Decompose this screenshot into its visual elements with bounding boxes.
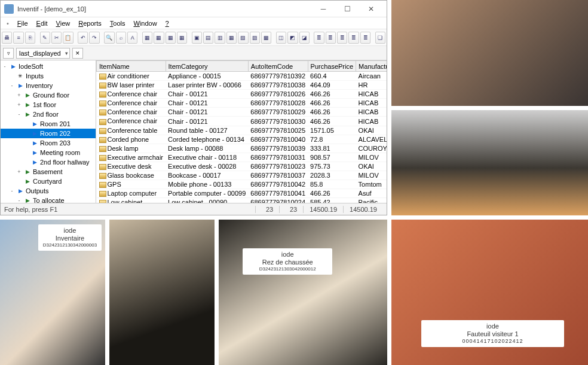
toolbar-button[interactable]: A [127,32,137,44]
tree-item-basement[interactable]: +▶Basement [1,167,96,177]
toolbar-button[interactable]: ▩ [261,32,271,44]
tree-item-iodesoft[interactable]: -▶IodeSoft [1,62,96,71]
toolbar-button[interactable]: 🖶 [2,32,12,44]
tree-item-1st-floor[interactable]: +▶1st floor [1,100,96,110]
menu-file[interactable]: File [14,19,32,28]
filter-funnel-icon[interactable]: ▿ [3,48,14,59]
tree-item-room-203[interactable]: ▶Room 203 [1,138,96,148]
toolbar-button[interactable]: ▦ [142,32,152,44]
toolbar-button[interactable]: ▤ [203,32,213,44]
expand-icon[interactable]: - [16,197,22,203]
tree-item-ground-floor[interactable]: +▶Ground floor [1,90,96,100]
tree-node-label: Meeting room [40,149,80,156]
menu-tools[interactable]: Tools [106,19,129,28]
expand-icon[interactable]: + [16,102,22,108]
row-icon [99,110,106,115]
menu-?[interactable]: ? [162,19,173,28]
tree-item-meeting-room[interactable]: ▶Meeting room [1,148,96,157]
toolbar-button[interactable]: ▨ [250,32,260,44]
tree-item-to-allocate[interactable]: -▶To allocate [1,196,96,203]
row-icon [99,155,106,161]
toolbar-button[interactable]: ▣ [192,32,202,44]
cell: 686977797810042 [248,180,308,189]
table-row[interactable]: Conference chairChair - 0012168697779781… [97,99,387,108]
tree-item-room-202[interactable]: ▶Room 202 [1,129,96,138]
toolbar-button[interactable]: ↷ [89,32,99,44]
menu-edit[interactable]: Edit [33,19,51,28]
tree-item-2nd-floor[interactable]: -▶2nd floor [1,110,96,119]
toolbar-button[interactable]: 📋 [63,32,73,44]
expand-icon[interactable]: - [9,188,15,194]
toolbar-button[interactable]: ◪ [299,32,310,44]
cell: 686977797810392 [248,72,308,81]
expand-icon[interactable]: - [9,83,15,89]
toolbar-button[interactable]: ≣ [360,32,370,44]
tree-node-icon: ▶ [23,197,32,203]
tree-item-inputs[interactable]: ✳Inputs [1,71,96,81]
column-manufacturer[interactable]: Manufacturer [356,61,387,72]
toolbar-button[interactable]: ↶ [78,32,88,44]
toolbar-button[interactable]: ◫ [276,32,286,44]
grid-body: Air conditionerAppliance - 0001568697779… [97,72,387,203]
tree-item-room-201[interactable]: ▶Room 201 [1,119,96,129]
minimize-button[interactable]: ─ [311,2,335,16]
table-row[interactable]: Low cabinetLow cabinet - 000906869777978… [97,198,387,203]
table-row[interactable]: Conference tableRound table - 0012768697… [97,126,387,135]
toolbar-button[interactable]: ≣ [337,32,347,44]
cell: Conference chair [97,117,166,126]
toolbar-button[interactable]: ⌕ [116,32,126,44]
toolbar-button[interactable]: ✎ [40,32,50,44]
table-row[interactable]: Executive armchairExecutive chair - 0011… [97,153,387,162]
toolbar-button[interactable]: ▦ [226,32,237,44]
table-row[interactable]: Glass bookcaseBookcase - 000176869777978… [97,171,387,180]
toolbar-button[interactable]: ❏ [375,32,385,44]
tree-item-outputs[interactable]: -▶Outputs [1,186,96,196]
toolbar-button[interactable]: ⎘ [25,32,35,44]
table-row[interactable]: Executive deskExecutive desk - 000286869… [97,162,387,171]
menu-reports[interactable]: Reports [75,19,105,28]
table-row[interactable]: Conference chairChair - 0012168697779781… [97,117,387,126]
filter-combo[interactable]: last_displayed [16,48,70,59]
toolbar-button[interactable]: ▦ [177,32,187,44]
menu-view[interactable]: View [53,19,74,28]
toolbar-button[interactable]: 🔍 [104,32,114,44]
expand-icon[interactable]: - [2,63,8,69]
close-button[interactable]: ✕ [359,2,383,16]
filter-remove-icon[interactable]: ✕ [72,48,83,59]
expand-icon[interactable]: + [16,92,22,98]
toolbar-button[interactable]: ◩ [287,32,298,44]
toolbar-button[interactable]: ▥ [215,32,225,44]
table-row[interactable]: Conference chairChair - 0012168697779781… [97,90,387,99]
toolbar-button[interactable]: ≣ [314,32,324,44]
data-grid[interactable]: ItemNameItemCategoryAutoItemCodePurchase… [96,60,387,203]
table-row[interactable]: GPSMobile phone - 0013368697779781004285… [97,180,387,189]
toolbar-button[interactable]: ▧ [238,32,248,44]
column-purchaseprice[interactable]: PurchasePrice [308,61,356,72]
table-row[interactable]: Laptop computerPortable computer - 00099… [97,189,387,198]
toolbar-button[interactable]: ▦ [154,32,164,44]
expand-icon[interactable]: - [16,111,22,117]
column-itemcategory[interactable]: ItemCategory [166,61,248,72]
toolbar-button[interactable]: ✂ [51,32,62,44]
table-row[interactable]: Desk lampDesk lamp - 0008868697779781003… [97,144,387,153]
tree-panel[interactable]: -▶IodeSoft✳Inputs-▶Inventory+▶Ground flo… [1,60,96,203]
toolbar-button[interactable]: ≣ [348,32,359,44]
menu-window[interactable]: Window [130,19,160,28]
table-row[interactable]: BW laser printerLaser printer BW - 00066… [97,81,387,90]
expand-icon[interactable]: + [16,169,22,175]
toolbar-button[interactable]: ▦ [166,32,176,44]
column-autoitemcode[interactable]: AutoItemCode [248,61,308,72]
toolbar-button[interactable]: ≣ [326,32,336,44]
table-row[interactable]: Conference chairChair - 0012168697779781… [97,108,387,117]
tree-item-2nd-floor-hallway[interactable]: ▶2nd floor hallway [1,157,96,167]
maximize-button[interactable]: ☐ [335,2,359,16]
cell: COUROY [356,144,387,153]
toolbar-button[interactable]: ≡ [13,32,23,44]
table-row[interactable]: Corded phoneCorded telephone - 001346869… [97,135,387,144]
table-row[interactable]: Air conditionerAppliance - 0001568697779… [97,72,387,81]
cell: Executive chair - 00118 [166,153,248,162]
row-icon [99,119,106,125]
column-itemname[interactable]: ItemName [97,61,166,72]
tree-item-inventory[interactable]: -▶Inventory [1,81,96,90]
tree-item-courtyard[interactable]: ▶Courtyard [1,177,96,186]
